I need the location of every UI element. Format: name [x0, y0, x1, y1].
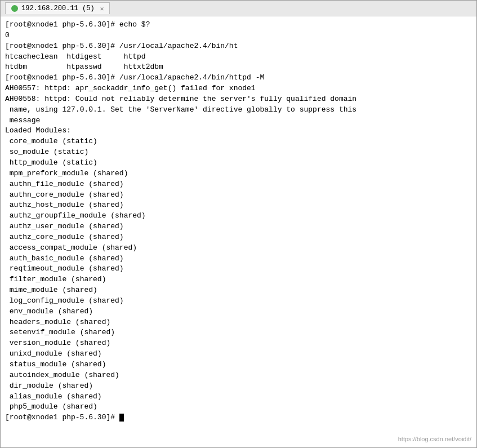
terminal-body[interactable]: [root@xnode1 php-5.6.30]# echo $? 0 [roo…: [1, 16, 476, 447]
tab[interactable]: 192.168.200.11 (5) ✕: [5, 2, 110, 14]
terminal-window: 192.168.200.11 (5) ✕ [root@xnode1 php-5.…: [0, 0, 477, 448]
titlebar: 192.168.200.11 (5) ✕: [1, 1, 476, 16]
terminal-output: [root@xnode1 php-5.6.30]# echo $? 0 [roo…: [5, 20, 472, 423]
terminal-cursor: [119, 414, 124, 422]
tab-label: 192.168.200.11 (5): [21, 5, 95, 12]
watermark: https://blog.csdn.net/voidit/: [398, 435, 471, 443]
connection-status-icon: [11, 5, 18, 12]
tab-close-button[interactable]: ✕: [100, 5, 104, 12]
